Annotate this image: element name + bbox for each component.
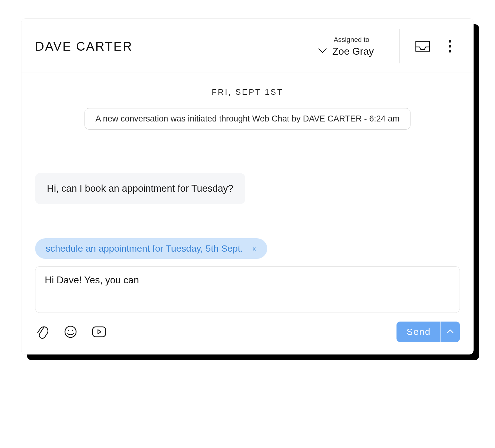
incoming-message-bubble: Hi, can I book an appointment for Tuesda… bbox=[35, 173, 245, 204]
assigned-to-name: Zoe Gray bbox=[332, 46, 374, 57]
messages-area: Hi, can I book an appointment for Tuesda… bbox=[21, 130, 474, 204]
composer-wrap: Hi Dave! Yes, you can bbox=[21, 259, 474, 313]
svg-point-5 bbox=[72, 330, 73, 331]
composer-toolbar: Send bbox=[21, 313, 474, 354]
more-options-button[interactable] bbox=[440, 36, 460, 56]
video-play-icon bbox=[92, 326, 107, 338]
divider-line bbox=[291, 92, 460, 92]
svg-point-0 bbox=[449, 40, 451, 43]
suggestion-chip[interactable]: schedule an appointment for Tuesday, 5th… bbox=[35, 238, 267, 259]
conversation-header: DAVE CARTER Assigned to Zoe Gray bbox=[21, 19, 474, 72]
svg-point-4 bbox=[68, 330, 69, 331]
system-notice: A new conversation was initiated through… bbox=[85, 108, 410, 130]
conversation-card: DAVE CARTER Assigned to Zoe Gray bbox=[21, 19, 474, 354]
contact-name: DAVE CARTER bbox=[35, 39, 133, 53]
assigned-to-block: Assigned to Zoe Gray bbox=[318, 36, 386, 57]
svg-point-3 bbox=[65, 326, 76, 337]
system-notice-wrap: A new conversation was initiated through… bbox=[21, 97, 474, 130]
inbox-icon bbox=[415, 40, 431, 53]
chevron-up-icon bbox=[447, 329, 454, 335]
suggestion-text: schedule an appointment for Tuesday, 5th… bbox=[46, 243, 243, 254]
close-icon[interactable]: x bbox=[252, 244, 257, 253]
send-options-button[interactable] bbox=[441, 322, 460, 342]
svg-point-1 bbox=[449, 45, 451, 48]
send-button[interactable]: Send bbox=[396, 322, 460, 342]
svg-rect-6 bbox=[93, 327, 106, 337]
composer-draft-text: Hi Dave! Yes, you can bbox=[45, 275, 142, 286]
assigned-to-dropdown[interactable]: Zoe Gray bbox=[318, 46, 374, 57]
date-divider: FRI, SEPT 1ST bbox=[35, 72, 460, 97]
attachment-button[interactable] bbox=[35, 325, 49, 339]
text-caret bbox=[143, 276, 144, 286]
inbox-button[interactable] bbox=[413, 36, 433, 56]
video-button[interactable] bbox=[92, 325, 106, 339]
assigned-to-label: Assigned to bbox=[318, 36, 369, 44]
message-composer[interactable]: Hi Dave! Yes, you can bbox=[35, 266, 460, 313]
divider-line bbox=[35, 92, 204, 92]
svg-point-2 bbox=[449, 50, 451, 53]
emoji-button[interactable] bbox=[64, 325, 77, 339]
chevron-down-icon bbox=[318, 48, 327, 55]
suggestion-row: schedule an appointment for Tuesday, 5th… bbox=[21, 204, 474, 259]
date-label: FRI, SEPT 1ST bbox=[204, 87, 291, 97]
paperclip-icon bbox=[36, 325, 48, 339]
smile-icon bbox=[64, 325, 77, 338]
header-divider bbox=[399, 29, 400, 63]
send-label: Send bbox=[396, 322, 440, 342]
more-vertical-icon bbox=[448, 39, 452, 53]
